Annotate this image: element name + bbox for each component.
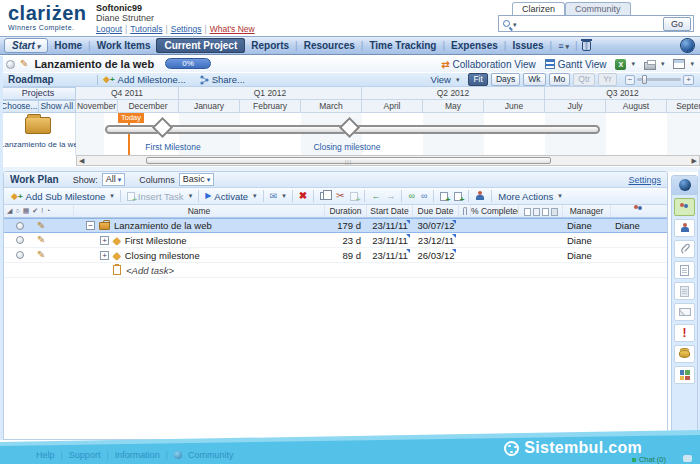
resources-panel-button[interactable]	[674, 198, 695, 216]
footer-support-link[interactable]: Support	[69, 450, 101, 460]
row-name[interactable]: Closing milestone	[125, 250, 200, 261]
row-completed[interactable]	[471, 219, 519, 232]
delete-button[interactable]: ✖	[296, 191, 310, 201]
table-row-first-milestone[interactable]: ✎ +◆First Milestone 23 d 23/11/11 23/12/…	[4, 233, 667, 248]
more-modules-menu-icon[interactable]: ≡	[552, 41, 575, 51]
nav-item-current-project[interactable]: Current Project	[156, 38, 245, 53]
start-menu-button[interactable]: Start	[4, 38, 48, 53]
row-radio-icon[interactable]	[16, 222, 24, 230]
closing-milestone-diamond[interactable]	[339, 117, 360, 138]
nav-item-issues[interactable]: Issues	[506, 40, 549, 51]
footer-help-link[interactable]: Help	[36, 450, 55, 460]
columns-dropdown[interactable]: Basic	[179, 173, 215, 186]
search-go-button[interactable]: Go	[663, 17, 691, 31]
project-state-icon[interactable]	[6, 60, 15, 69]
nav-item-home[interactable]: Home	[48, 40, 88, 51]
row-manager[interactable]: Diane	[563, 233, 611, 247]
row-name[interactable]: First Milestone	[125, 235, 187, 246]
nav-item-work-items[interactable]: Work Items	[91, 40, 157, 51]
projects-tab[interactable]: Projects	[0, 87, 76, 100]
issues-panel-button[interactable]: !	[674, 324, 695, 342]
work-plan-settings-link[interactable]: Settings	[628, 175, 661, 185]
collapse-icon[interactable]: −	[86, 221, 95, 230]
row-radio-icon[interactable]	[16, 251, 24, 259]
row-edit-icon[interactable]: ✎	[37, 250, 45, 260]
row-manager[interactable]: Diane	[563, 219, 611, 232]
row-start-date[interactable]: 23/11/11	[367, 248, 413, 262]
layout-button[interactable]	[673, 59, 694, 69]
add-sub-milestone-button[interactable]: ◆+ Add Sub Milestone	[8, 191, 117, 202]
whats-new-link[interactable]: What's New	[210, 24, 255, 34]
edit-project-icon[interactable]: ✎	[20, 59, 28, 69]
first-milestone-diamond[interactable]	[152, 117, 173, 138]
roadmap-project-cell[interactable]: Lanzamiento de la web	[0, 113, 76, 155]
table-row-project[interactable]: ✎ −Lanzamiento de la web 179 d 23/11/11 …	[4, 218, 667, 233]
add-note-button[interactable]	[451, 192, 465, 201]
row-name[interactable]: Lanzamiento de la web	[114, 220, 212, 231]
tutorials-link[interactable]: Tutorials	[130, 24, 162, 34]
row-start-date[interactable]: 23/11/11	[367, 233, 413, 247]
column-header-resources[interactable]	[611, 205, 667, 217]
zoom-month-button[interactable]: Mo	[549, 73, 571, 86]
settings-link[interactable]: Settings	[171, 24, 202, 34]
row-due-date[interactable]: 26/03/12	[413, 248, 459, 262]
row-start-date[interactable]: 23/11/11	[367, 219, 413, 232]
zoom-fit-button[interactable]: Fit	[468, 73, 487, 86]
expand-icon[interactable]: +	[100, 236, 109, 245]
footer-information-link[interactable]: Information	[115, 450, 160, 460]
zoom-slider-thumb[interactable]	[642, 75, 647, 84]
discussion-icon[interactable]	[542, 208, 549, 216]
documents-panel-button[interactable]	[674, 261, 695, 279]
logout-link[interactable]: Logout	[96, 24, 122, 34]
nav-item-expenses[interactable]: Expenses	[445, 40, 504, 51]
scroll-right-icon[interactable]: ▶	[690, 156, 699, 165]
zoom-out-button[interactable]: −	[625, 75, 636, 85]
emails-panel-button[interactable]	[674, 303, 695, 321]
row-duration[interactable]: 179 d	[325, 219, 367, 232]
row-owner[interactable]: Diane	[611, 219, 667, 232]
add-resource-button[interactable]	[472, 191, 488, 201]
copy-button[interactable]	[317, 192, 333, 200]
show-filter-dropdown[interactable]: All	[102, 173, 126, 186]
reports-panel-button[interactable]	[674, 366, 695, 384]
globe-icon[interactable]	[679, 179, 691, 191]
zoom-week-button[interactable]: Wk	[523, 73, 545, 86]
chat-button[interactable]: Chat (0)	[632, 455, 666, 464]
attach-file-button[interactable]	[437, 192, 451, 201]
row-duration[interactable]: 23 d	[325, 233, 367, 247]
send-email-button[interactable]: ✉	[267, 192, 289, 201]
clock-icon[interactable]: ◔	[46, 207, 53, 214]
notes-panel-button[interactable]	[674, 282, 695, 300]
column-header-duration[interactable]: Duration	[325, 205, 367, 217]
edit-link-button[interactable]: ∞	[418, 192, 430, 201]
roadmap-hscrollbar[interactable]: ◀ ||| ▶	[76, 155, 700, 166]
state-circle-icon[interactable]: ○	[15, 207, 22, 214]
budget-panel-button[interactable]	[674, 345, 695, 363]
row-duration[interactable]: 89 d	[325, 248, 367, 262]
column-header-completed[interactable]: % Completed	[471, 205, 519, 217]
scrollbar-thumb[interactable]: |||	[146, 157, 551, 164]
search-input[interactable]	[517, 17, 663, 30]
zoom-slider-track[interactable]	[637, 78, 681, 81]
row-due-date[interactable]: 23/12/11	[413, 233, 459, 247]
gantt-view-button[interactable]: Gantt View	[545, 59, 607, 70]
activate-button[interactable]: ▶ Activate	[202, 191, 259, 202]
column-header-attachments[interactable]	[459, 205, 471, 217]
search-tab-clarizen[interactable]: Clarizen	[512, 2, 565, 15]
zoom-days-button[interactable]: Days	[491, 73, 520, 86]
attachments-panel-button[interactable]	[674, 240, 695, 258]
choose-projects-button[interactable]: Choose...	[0, 100, 39, 113]
note-icon[interactable]	[533, 208, 540, 216]
help-globe-icon[interactable]	[681, 39, 694, 52]
expand-icon[interactable]: +	[100, 251, 109, 260]
search-icon[interactable]	[503, 20, 510, 27]
add-link-button[interactable]: ∞	[405, 192, 417, 201]
print-button[interactable]	[644, 59, 665, 70]
trash-icon[interactable]	[582, 41, 591, 51]
share-button[interactable]: Share...	[200, 74, 245, 85]
column-header-name[interactable]: Name	[74, 205, 325, 217]
row-owner[interactable]	[611, 233, 667, 247]
footer-community-link[interactable]: Community	[188, 450, 234, 460]
row-completed[interactable]	[471, 233, 519, 247]
calendar-icon[interactable]: ▦	[23, 207, 33, 214]
